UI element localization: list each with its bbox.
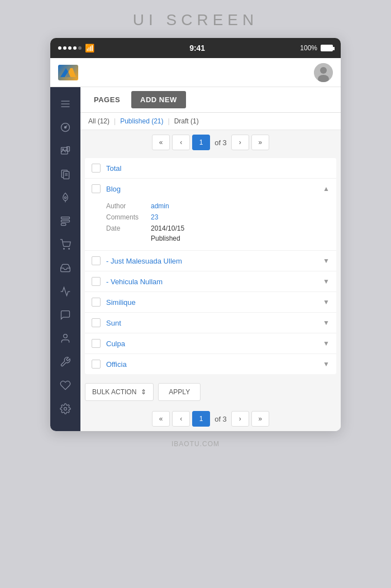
comments-icon [60,309,71,321]
first-page-btn-bottom[interactable]: « [152,411,170,427]
bulk-action-select[interactable]: BULK ACTION ⇕ [85,383,154,401]
status-bar: 📶 9:41 100% [50,38,341,58]
last-page-btn-top[interactable]: » [251,135,269,150]
item-5-checkbox[interactable] [92,360,101,369]
blog-title: Blog [106,185,317,193]
filter-row: All (12) | Published (21) | Draft (1) [80,113,341,130]
media-icon [60,145,71,156]
next-page-btn-bottom[interactable]: › [231,411,249,427]
item-4-arrow[interactable]: ▼ [323,340,330,347]
sidebar-item-media[interactable] [53,140,78,162]
comments-value: 23 [151,212,330,222]
svg-rect-25 [61,223,66,225]
avatar-icon [314,63,333,82]
analytics-icon [60,286,71,297]
sidebar-item-inbox[interactable] [53,257,78,279]
item-0-checkbox[interactable] [92,256,101,265]
page-of-bottom: of 3 [212,415,229,423]
blog-collapse-icon[interactable]: ▲ [323,185,330,193]
item-2-title: Similique [106,298,317,307]
inbox-icon [60,262,71,274]
tab-add-new[interactable]: ADD NEW [131,91,186,108]
author-label: Author [106,201,151,211]
svg-point-21 [64,197,66,198]
item-1-arrow[interactable]: ▼ [323,278,330,285]
status-value: Published [151,233,330,243]
list-item: Similique ▼ [85,292,336,313]
sidebar-item-cart[interactable] [53,233,78,256]
list-item: Officia ▼ [85,354,336,374]
wifi-icon: 📶 [85,44,94,52]
pages-icon [60,169,71,180]
plugins-icon [60,380,71,391]
date-label: Date [106,223,151,243]
comments-label: Comments [106,212,151,222]
filter-all[interactable]: All (12) [88,117,109,125]
item-0-title: - Just Malesuada Ullem [106,257,317,265]
item-3-arrow[interactable]: ▼ [323,319,330,327]
filter-sep-2: | [168,117,170,125]
list-item: Culpa ▼ [85,333,336,354]
filter-published[interactable]: Published (21) [120,117,163,125]
total-checkbox[interactable] [92,164,101,173]
svg-point-29 [64,408,67,410]
item-5-title: Officia [106,360,317,369]
sidebar-item-settings[interactable] [53,398,78,420]
sidebar-item-plugins[interactable] [53,374,78,396]
svg-point-10 [64,126,66,128]
apply-button[interactable]: APPLY [158,383,201,401]
svg-rect-23 [61,217,70,219]
sidebar-item-tools[interactable] [53,351,78,373]
item-5-arrow[interactable]: ▼ [323,360,330,368]
filter-sep-1: | [114,117,116,125]
sidebar-item-pages[interactable] [53,163,78,185]
item-2-checkbox[interactable] [92,298,101,307]
item-3-title: Sunt [106,319,317,327]
author-value: admin [151,201,330,211]
svg-point-4 [320,67,327,74]
current-page-btn-bottom[interactable]: 1 [192,411,210,427]
item-2-arrow[interactable]: ▼ [323,298,330,306]
logo [58,65,78,80]
next-page-btn-top[interactable]: › [231,135,249,150]
sidebar-item-menu[interactable] [53,93,78,115]
settings-icon [60,403,71,414]
filter-draft[interactable]: Draft (1) [174,117,199,125]
sidebar-item-users[interactable] [53,327,78,350]
item-4-checkbox[interactable] [92,339,101,348]
tab-pages[interactable]: PAGES [88,89,126,111]
prev-page-btn-top[interactable]: ‹ [172,135,190,150]
item-3-checkbox[interactable] [92,318,101,327]
sidebar-item-dashboard[interactable] [53,116,78,138]
item-1-title: - Vehicula Nullam [106,278,317,286]
pagination-bottom: « ‹ 1 of 3 › » [80,407,341,431]
tab-bar: PAGES ADD NEW [80,87,341,113]
main-layout: PAGES ADD NEW All (12) | Published (21) … [50,87,341,431]
tools-icon [60,356,71,367]
blog-details: Author admin Comments 23 Date 2014/10/15… [85,199,336,250]
last-page-btn-bottom[interactable]: » [251,411,269,427]
status-left: 📶 [58,44,94,52]
item-1-checkbox[interactable] [92,277,101,286]
blog-row: Blog ▲ Author admin Comments 23 Date 201… [85,179,336,251]
sidebar-item-pins[interactable] [53,187,78,209]
list-area: Total Blog ▲ Author admin Comments 23 Da… [85,158,336,374]
bulk-action-arrow: ⇕ [141,388,146,396]
pins-icon [60,192,71,203]
menu-icon [60,98,71,109]
bulk-area: BULK ACTION ⇕ APPLY [80,377,341,407]
sidebar-item-forms[interactable] [53,210,78,232]
sidebar-item-comments[interactable] [53,304,78,326]
blog-checkbox[interactable] [92,184,101,193]
prev-page-btn-bottom[interactable]: ‹ [172,411,190,427]
date-value: 2014/10/15 [151,223,330,233]
first-page-btn-top[interactable]: « [152,135,170,150]
current-page-btn-top[interactable]: 1 [192,135,210,150]
cart-icon [60,239,71,250]
avatar[interactable] [314,63,333,82]
phone-frame: 📶 9:41 100% [50,38,341,431]
users-icon [60,333,71,344]
item-0-arrow[interactable]: ▼ [323,257,330,265]
sidebar-item-analytics[interactable] [53,280,78,303]
status-right: 100% [300,44,333,52]
